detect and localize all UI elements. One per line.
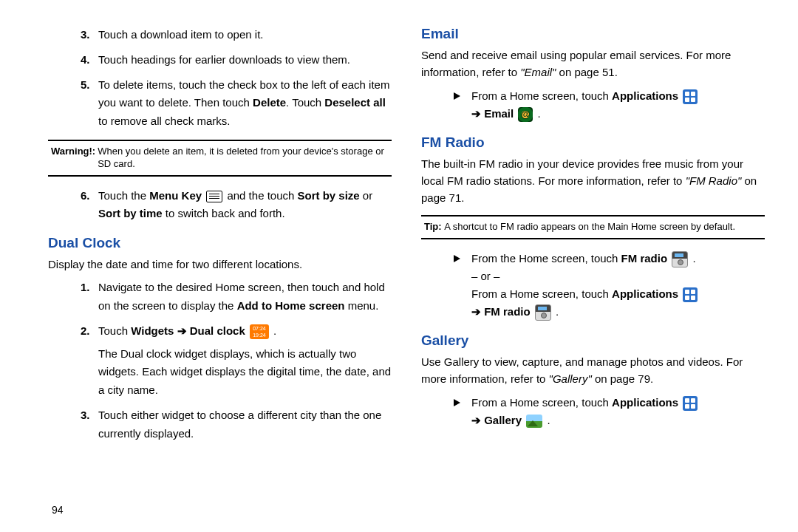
or-separator: – or – bbox=[471, 270, 499, 282]
list-item-d3: 3. Touch either widget to choose a diffe… bbox=[48, 406, 392, 443]
bold-text: Add to Home screen bbox=[237, 299, 345, 312]
text: to switch back and forth. bbox=[163, 207, 285, 219]
menu-key-icon bbox=[206, 191, 222, 202]
list-item-3: 3. Touch a download item to open it. bbox=[48, 26, 392, 44]
list-item-5: 5. To delete items, touch the check box … bbox=[48, 76, 392, 131]
step-email: From a Home screen, touch Applications ➔… bbox=[421, 87, 765, 123]
dual-clock-icon-text: 07:24 19:24 bbox=[253, 326, 266, 338]
paragraph: Use Gallery to view, capture, and manage… bbox=[421, 353, 765, 388]
list-item-4: 4. Touch headings for earlier downloads … bbox=[48, 51, 392, 69]
list-text: Touch the Menu Key and the touch Sort by… bbox=[98, 187, 392, 224]
list-number: 4. bbox=[81, 51, 98, 69]
text: or bbox=[360, 189, 373, 202]
dual-clock-icon: 07:24 19:24 bbox=[250, 324, 269, 339]
heading-fm-radio: FM Radio bbox=[421, 134, 765, 151]
text: on page 79. bbox=[595, 372, 653, 385]
bold-text: Sort by size bbox=[298, 189, 360, 202]
bold-text: Deselect all bbox=[324, 96, 386, 109]
text: and the touch bbox=[227, 189, 297, 202]
bold-text: ➔ Gallery bbox=[471, 414, 522, 426]
list-number: 6. bbox=[81, 187, 98, 224]
bold-text: Applications bbox=[612, 287, 678, 300]
text: From a Home screen, touch bbox=[471, 396, 612, 409]
list-number: 1. bbox=[81, 279, 98, 316]
list-number: 3. bbox=[81, 26, 98, 44]
list-text: Touch headings for earlier downloads to … bbox=[98, 51, 392, 69]
list-text: To delete items, touch the check box to … bbox=[98, 76, 392, 131]
bold-text: Sort by time bbox=[98, 207, 163, 219]
tip-text: A shortcut to FM radio appears on the Ma… bbox=[444, 221, 735, 232]
applications-icon bbox=[683, 287, 698, 302]
warning-label: Warning!: bbox=[51, 146, 95, 171]
text: The Dual clock widget displays, which is… bbox=[98, 347, 391, 397]
list-number: 2. bbox=[81, 322, 98, 400]
step-body: From a Home screen, touch Applications ➔… bbox=[471, 87, 699, 123]
italic-text: "Gallery" bbox=[549, 372, 595, 385]
paragraph: Send and receive email using popular ema… bbox=[421, 47, 765, 81]
text: . Touch bbox=[286, 96, 324, 109]
heading-email: Email bbox=[421, 26, 765, 42]
warning-box: Warning!: When you delete an item, it is… bbox=[48, 140, 392, 177]
applications-icon bbox=[683, 396, 698, 411]
bold-text: Delete bbox=[253, 96, 286, 109]
text: From a Home screen, touch bbox=[471, 89, 612, 102]
bullet-marker bbox=[454, 87, 471, 123]
list-text: Touch either widget to choose a differen… bbox=[98, 406, 392, 443]
italic-text: "FM Radio" bbox=[686, 174, 745, 187]
bullet-marker bbox=[454, 250, 471, 321]
warning-text: When you delete an item, it is deleted f… bbox=[95, 146, 389, 171]
text: to remove all check marks. bbox=[98, 115, 230, 127]
list-text: Touch a download item to open it. bbox=[98, 26, 392, 44]
page-number: 94 bbox=[52, 504, 64, 516]
text: From a Home screen, touch bbox=[471, 287, 612, 300]
email-icon bbox=[518, 107, 533, 122]
list-item-d2: 2. Touch Widgets ➔ Dual clock 07:24 19:2… bbox=[48, 322, 392, 400]
left-column: 3. Touch a download item to open it. 4. … bbox=[48, 26, 392, 517]
list-number: 5. bbox=[81, 76, 98, 131]
triangle-icon bbox=[454, 92, 460, 100]
paragraph: The built-in FM radio in your device pro… bbox=[421, 155, 765, 207]
step-body: From the Home screen, touch FM radio . –… bbox=[471, 250, 699, 321]
heading-gallery: Gallery bbox=[421, 332, 765, 349]
text: on page 51. bbox=[559, 66, 618, 78]
fm-radio-icon bbox=[535, 304, 551, 321]
list-item-d1: 1. Navigate to the desired Home screen, … bbox=[48, 279, 392, 316]
right-column: Email Send and receive email using popul… bbox=[421, 26, 765, 517]
bold-text: FM radio bbox=[621, 252, 668, 265]
list-item-6: 6. Touch the Menu Key and the touch Sort… bbox=[48, 187, 392, 224]
tip-box: Tip: A shortcut to FM radio appears on t… bbox=[421, 215, 765, 239]
triangle-icon bbox=[454, 255, 460, 262]
list-text: Touch Widgets ➔ Dual clock 07:24 19:24 .… bbox=[98, 322, 392, 400]
bullet-marker bbox=[454, 394, 471, 429]
bold-text: Widgets ➔ Dual clock bbox=[131, 324, 245, 337]
fm-radio-icon bbox=[672, 251, 688, 267]
list-number: 3. bbox=[81, 406, 98, 443]
text: Touch the bbox=[98, 189, 149, 202]
text: Touch bbox=[98, 324, 131, 337]
gallery-icon bbox=[526, 415, 542, 428]
tip-label: Tip: bbox=[424, 221, 444, 232]
bold-text: Applications bbox=[612, 396, 678, 409]
text: menu. bbox=[345, 299, 379, 312]
step-body: From a Home screen, touch Applications ➔… bbox=[471, 394, 699, 429]
italic-text: "Email" bbox=[520, 66, 559, 78]
step-fm: From the Home screen, touch FM radio . –… bbox=[421, 250, 765, 321]
applications-icon bbox=[683, 89, 698, 104]
step-gallery: From a Home screen, touch Applications ➔… bbox=[421, 394, 765, 429]
bold-text: Applications bbox=[612, 89, 678, 102]
bold-text: Menu Key bbox=[149, 189, 202, 202]
paragraph: Display the date and time for two differ… bbox=[48, 256, 392, 273]
heading-dual-clock: Dual Clock bbox=[48, 235, 392, 251]
list-text: Navigate to the desired Home screen, the… bbox=[98, 279, 392, 316]
bold-text: ➔ FM radio bbox=[471, 305, 531, 318]
text: From the Home screen, touch bbox=[471, 252, 621, 265]
bold-text: ➔ Email bbox=[471, 107, 514, 120]
triangle-icon bbox=[454, 399, 460, 406]
